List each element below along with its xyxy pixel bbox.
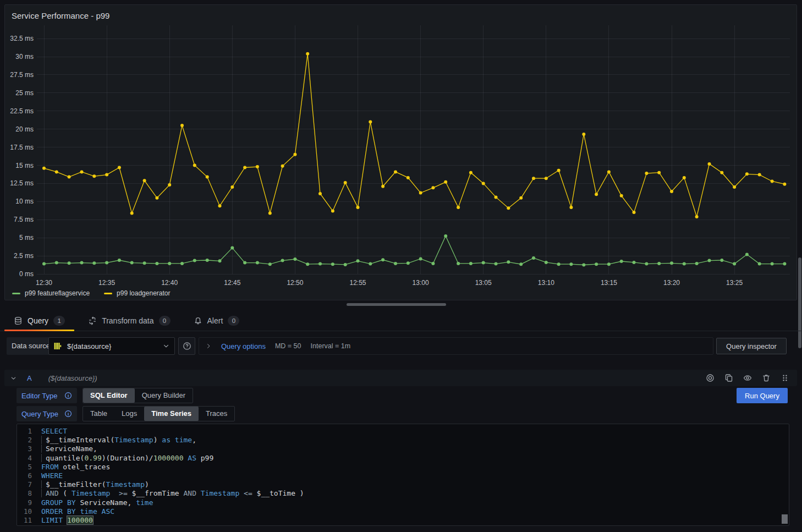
line-number: 8 xyxy=(17,489,41,498)
data-source-label: Data source xyxy=(7,337,55,355)
tab-alert[interactable]: Alert 0 xyxy=(184,311,249,331)
svg-text:12:30: 12:30 xyxy=(36,279,52,287)
data-source-value: ${datasource} xyxy=(67,342,162,350)
transform-count-badge: 0 xyxy=(159,316,171,326)
svg-text:12.5 ms: 12.5 ms xyxy=(10,179,34,187)
tab-transform-data[interactable]: Transform data 0 xyxy=(79,311,179,331)
legend-label: p99 loadgenerator xyxy=(117,289,170,297)
query-options-md: MD = 50 xyxy=(275,342,301,350)
legend-item[interactable]: p99 featureflagservice xyxy=(12,289,90,297)
indent-guide xyxy=(41,454,46,462)
svg-text:25 ms: 25 ms xyxy=(15,89,34,97)
svg-text:15 ms: 15 ms xyxy=(15,162,34,169)
line-content: $__timeFilter(Timestamp) xyxy=(41,480,149,489)
query-type-group: Table Logs Time Series Traces xyxy=(83,406,235,421)
chevron-right-icon xyxy=(205,343,212,349)
run-query-button[interactable]: Run Query xyxy=(737,388,788,403)
horizontal-scrollbar[interactable] xyxy=(347,303,446,306)
query-options-interval: Interval = 1m xyxy=(311,342,351,350)
line-number: 3 xyxy=(17,445,41,453)
line-number: 4 xyxy=(17,454,41,463)
line-number: 5 xyxy=(17,463,41,471)
query-options-toggle[interactable]: Query options MD = 50 Interval = 1m xyxy=(199,337,713,355)
info-circle-icon[interactable] xyxy=(64,392,72,399)
database-icon xyxy=(14,316,23,325)
tab-label: Alert xyxy=(207,316,223,325)
code-line: 4quantile(0.99)(Duration)/1000000 AS p99 xyxy=(17,454,789,463)
line-content: WHERE xyxy=(41,471,63,480)
svg-text:12:40: 12:40 xyxy=(161,279,178,287)
editor-type-row: Editor Type SQL Editor Query Builder xyxy=(17,388,193,403)
query-options-label: Query options xyxy=(221,342,266,350)
svg-text:13:25: 13:25 xyxy=(726,279,743,287)
legend-swatch xyxy=(104,293,112,294)
svg-text:10 ms: 10 ms xyxy=(15,198,34,205)
line-content: ServiceName, xyxy=(41,445,97,453)
query-type-label: Query Type xyxy=(17,406,77,421)
query-type-table[interactable]: Table xyxy=(83,407,114,421)
info-circle-icon[interactable] xyxy=(64,410,72,418)
code-line: 11LIMIT 100000 xyxy=(17,516,789,525)
legend-label: p99 featureflagservice xyxy=(25,289,90,297)
bell-icon xyxy=(194,316,202,325)
svg-text:13:15: 13:15 xyxy=(601,279,617,287)
query-type-time-series[interactable]: Time Series xyxy=(144,407,199,421)
svg-text:30 ms: 30 ms xyxy=(15,53,34,61)
query-datasource-hint: (${datasource}) xyxy=(48,374,97,382)
timeseries-panel: 0 ms2.5 ms5 ms7.5 ms10 ms12.5 ms15 ms17.… xyxy=(4,4,797,300)
code-line: 10ORDER BY time ASC xyxy=(17,507,789,516)
svg-text:12:35: 12:35 xyxy=(98,279,115,287)
query-type-traces[interactable]: Traces xyxy=(199,407,234,421)
alert-count-badge: 0 xyxy=(228,316,239,326)
disc-icon xyxy=(706,374,715,382)
editor-scrollbar[interactable] xyxy=(782,514,788,524)
indent-guide xyxy=(41,436,46,444)
code-line: 5FROM otel_traces xyxy=(17,463,789,471)
query-toolbar: Data source ${datasource} xyxy=(0,337,802,355)
svg-text:12:50: 12:50 xyxy=(287,279,303,287)
legend-swatch xyxy=(12,293,20,294)
query-row-actions xyxy=(704,371,792,385)
code-line: 8AND ( Timestamp >= $__fromTime AND Time… xyxy=(17,489,789,498)
duplicate-query-button[interactable] xyxy=(722,371,735,385)
copy-icon xyxy=(724,374,733,382)
delete-query-button[interactable] xyxy=(760,371,773,385)
drag-handle[interactable] xyxy=(778,371,792,385)
code-lines: 1SELECT2$__timeInterval(Timestamp) as ti… xyxy=(17,427,789,525)
editor-tabs: Query 1 Transform data 0 Alert 0 xyxy=(0,311,802,331)
svg-text:7.5 ms: 7.5 ms xyxy=(14,216,34,223)
code-line: 7$__timeFilter(Timestamp) xyxy=(17,480,789,489)
svg-text:22.5 ms: 22.5 ms xyxy=(10,107,34,115)
hide-query-button[interactable] xyxy=(741,371,754,385)
code-line: 2$__timeInterval(Timestamp) as time, xyxy=(17,436,789,445)
indent-guide xyxy=(41,480,46,489)
code-line: 9GROUP BY ServiceName, time xyxy=(17,498,789,507)
editor-type-sql-editor[interactable]: SQL Editor xyxy=(83,388,135,403)
series-p99-featureflagservice xyxy=(42,234,786,267)
svg-text:12:55: 12:55 xyxy=(349,279,366,287)
grafana-panel-edit-page: 0 ms2.5 ms5 ms7.5 ms10 ms12.5 ms15 ms17.… xyxy=(0,0,802,532)
line-content: $__timeInterval(Timestamp) as time, xyxy=(41,436,196,445)
page-scrollbar[interactable] xyxy=(798,257,801,348)
sql-code-editor[interactable]: 1SELECT2$__timeInterval(Timestamp) as ti… xyxy=(17,424,789,526)
editor-type-query-builder[interactable]: Query Builder xyxy=(135,388,193,403)
tab-query[interactable]: Query 1 xyxy=(4,311,74,331)
line-number: 1 xyxy=(17,427,41,436)
code-line: 1SELECT xyxy=(17,427,789,436)
query-row-header[interactable]: A (${datasource}) xyxy=(4,370,797,386)
query-type-logs[interactable]: Logs xyxy=(114,407,144,421)
svg-text:13:05: 13:05 xyxy=(475,279,492,287)
line-content: FROM otel_traces xyxy=(41,463,110,471)
datasource-help-button[interactable] xyxy=(178,337,195,355)
disable-query-button[interactable] xyxy=(704,371,717,385)
line-number: 10 xyxy=(17,507,41,516)
query-inspector-button[interactable]: Query inspector xyxy=(716,338,787,354)
tab-label: Transform data xyxy=(102,316,153,325)
legend-item[interactable]: p99 loadgenerator xyxy=(104,289,170,297)
query-ref-id: A xyxy=(27,374,32,382)
indent-guide xyxy=(41,445,46,453)
data-source-select[interactable]: ${datasource} xyxy=(48,337,175,355)
query-count-badge: 1 xyxy=(53,316,65,326)
series-p99-loadgenerator xyxy=(42,52,786,218)
indent-guide xyxy=(41,489,46,497)
